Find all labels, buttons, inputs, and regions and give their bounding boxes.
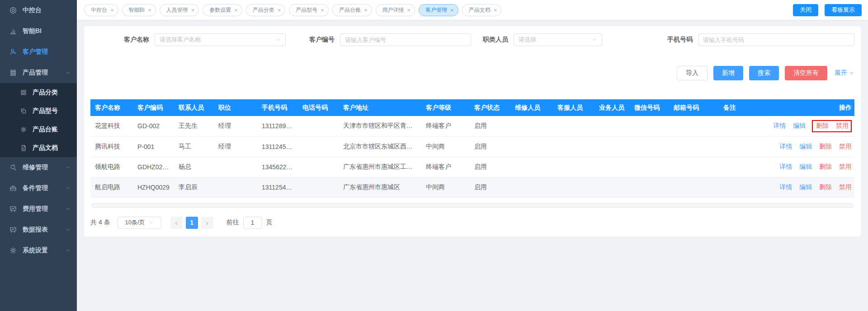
current-page[interactable]: 1 bbox=[186, 217, 198, 229]
filter-staff-type: 职类人员 请选择 bbox=[483, 33, 602, 46]
customer-code-input[interactable] bbox=[340, 33, 471, 46]
edit-link[interactable]: 编辑 bbox=[799, 183, 812, 190]
tab-product-ledger[interactable]: 产品台账× bbox=[332, 4, 372, 16]
staff-type-select[interactable]: 请选择 bbox=[514, 33, 602, 46]
phone-input[interactable] bbox=[698, 33, 854, 46]
filter-customer-name: 客户名称 请选择客户名称 bbox=[124, 33, 286, 46]
clear-all-button[interactable]: 清空所有 bbox=[785, 66, 827, 80]
tab-console[interactable]: 中控台× bbox=[84, 4, 118, 16]
disable-link[interactable]: 禁用 bbox=[836, 122, 849, 129]
close-icon[interactable]: × bbox=[450, 7, 454, 13]
table-cell: 131128942... bbox=[257, 116, 298, 136]
disable-link[interactable]: 禁用 bbox=[839, 163, 852, 170]
table-row: 腾讯科技 P-001 马工 经理 131124542... 北京市市辖区东城区西… bbox=[90, 136, 854, 157]
tab-product-model[interactable]: 产品型号× bbox=[289, 4, 329, 16]
sidebar-item-spare-parts[interactable]: 备件管理 bbox=[0, 178, 77, 199]
column-header: 手机号码 bbox=[257, 99, 298, 116]
tab-params[interactable]: 参数设置× bbox=[203, 4, 242, 16]
stack-icon bbox=[9, 69, 17, 77]
edit-link[interactable]: 编辑 bbox=[799, 163, 812, 170]
sidebar-item-expense[interactable]: 费用管理 bbox=[0, 199, 77, 219]
copy-icon bbox=[20, 107, 27, 115]
delete-link[interactable]: 删除 bbox=[819, 143, 832, 150]
expand-toggle[interactable]: 展开 bbox=[835, 69, 854, 77]
tab-personnel[interactable]: 人员管理× bbox=[160, 4, 199, 16]
disable-link[interactable]: 禁用 bbox=[839, 143, 852, 150]
table-cell bbox=[510, 136, 553, 157]
disable-link[interactable]: 禁用 bbox=[839, 183, 852, 190]
detail-link[interactable]: 详情 bbox=[779, 143, 792, 150]
board-display-button[interactable]: 看板展示 bbox=[825, 4, 862, 16]
table-cell bbox=[719, 177, 762, 197]
prev-page-button[interactable]: ‹ bbox=[170, 217, 183, 229]
sidebar-item-bi[interactable]: 智能BI bbox=[0, 21, 77, 42]
sidebar-item-product[interactable]: 产品管理 bbox=[0, 62, 77, 83]
table-cell: 航启电路 bbox=[90, 177, 133, 197]
column-header: 客户等级 bbox=[421, 99, 470, 116]
add-button[interactable]: 新增 bbox=[713, 66, 743, 80]
sidebar-item-product-ledger[interactable]: 产品台账 bbox=[0, 120, 77, 139]
sidebar-item-product-model[interactable]: 产品型号 bbox=[0, 102, 77, 120]
delete-link[interactable]: 删除 bbox=[819, 163, 832, 170]
edit-link[interactable]: 编辑 bbox=[793, 122, 806, 129]
close-icon[interactable]: × bbox=[364, 7, 368, 13]
close-icon[interactable]: × bbox=[321, 7, 324, 13]
edit-link[interactable]: 编辑 bbox=[799, 143, 812, 150]
horizontal-scrollbar[interactable] bbox=[91, 203, 854, 208]
table-cell: 经理 bbox=[214, 116, 257, 136]
sidebar-item-product-docs[interactable]: 产品文档 bbox=[0, 139, 77, 157]
next-page-button[interactable]: › bbox=[201, 217, 213, 229]
column-header: 备注 bbox=[719, 99, 762, 116]
chevron-up-icon bbox=[65, 70, 71, 75]
tab-product-docs[interactable]: 产品文档× bbox=[462, 4, 502, 16]
page-size-select[interactable]: 10条/页 bbox=[118, 217, 161, 229]
close-icon[interactable]: × bbox=[148, 7, 151, 13]
table-cell: 启用 bbox=[470, 177, 510, 197]
tab-bi[interactable]: 智能BI× bbox=[122, 4, 156, 16]
close-icon[interactable]: × bbox=[407, 7, 411, 13]
close-icon[interactable]: × bbox=[234, 7, 238, 13]
table-cell bbox=[510, 157, 553, 177]
goto-page-input[interactable] bbox=[243, 217, 262, 229]
chevron-down-icon bbox=[65, 248, 71, 253]
close-icon[interactable]: × bbox=[110, 7, 114, 13]
import-button[interactable]: 导入 bbox=[677, 66, 708, 80]
table-cell: 中间商 bbox=[421, 136, 470, 157]
close-icon[interactable]: × bbox=[278, 7, 281, 13]
delete-link[interactable]: 删除 bbox=[816, 122, 829, 129]
detail-link[interactable]: 详情 bbox=[773, 122, 786, 129]
detail-link[interactable]: 详情 bbox=[779, 163, 792, 170]
filter-form: 客户名称 请选择客户名称 客户编号 职类人员 请选择 bbox=[90, 33, 854, 46]
table-cell bbox=[214, 157, 257, 177]
column-header: 职位 bbox=[214, 99, 257, 116]
tab-product-category[interactable]: 产品分类× bbox=[246, 4, 286, 16]
column-header: 维修人员 bbox=[510, 99, 553, 116]
sidebar-item-settings[interactable]: 系统设置 bbox=[0, 240, 77, 261]
document-icon bbox=[20, 144, 27, 152]
delete-link[interactable]: 删除 bbox=[819, 183, 832, 190]
customer-name-select[interactable]: 请选择客户名称 bbox=[155, 33, 286, 46]
search-button[interactable]: 搜索 bbox=[749, 66, 779, 80]
tab-bar: 中控台× 智能BI× 人员管理× 参数设置× 产品分类× 产品型号× 产品台账×… bbox=[77, 0, 868, 20]
pagination: 共 4 条 10条/页 ‹ 1 › 前往 页 bbox=[90, 217, 854, 229]
close-page-button[interactable]: 关闭 bbox=[793, 4, 818, 16]
tab-customer-mgmt[interactable]: 客户管理× bbox=[419, 4, 458, 16]
sidebar-item-repair[interactable]: 维修管理 bbox=[0, 157, 77, 178]
table-cell bbox=[719, 157, 762, 177]
row-actions: 详情 编辑 删除 禁用 bbox=[762, 136, 854, 157]
row-actions: 详情 编辑 删除 禁用 bbox=[762, 157, 854, 177]
sidebar-item-product-category[interactable]: 产品分类 bbox=[0, 83, 77, 102]
grid-icon bbox=[20, 89, 27, 96]
detail-link[interactable]: 详情 bbox=[779, 183, 792, 190]
table-cell: 经理 bbox=[214, 136, 257, 157]
sidebar-item-customer[interactable]: 客户管理 bbox=[0, 42, 77, 62]
sidebar-item-label: 产品文档 bbox=[33, 144, 58, 152]
table-cell bbox=[594, 136, 630, 157]
users-icon bbox=[9, 48, 17, 56]
column-header: 联系人员 bbox=[174, 99, 214, 116]
close-icon[interactable]: × bbox=[191, 7, 195, 13]
tab-user-detail[interactable]: 用户详情× bbox=[376, 4, 415, 16]
sidebar-item-console[interactable]: 中控台 bbox=[0, 0, 77, 21]
close-icon[interactable]: × bbox=[494, 7, 497, 13]
sidebar-item-reports[interactable]: 数据报表 bbox=[0, 219, 77, 240]
